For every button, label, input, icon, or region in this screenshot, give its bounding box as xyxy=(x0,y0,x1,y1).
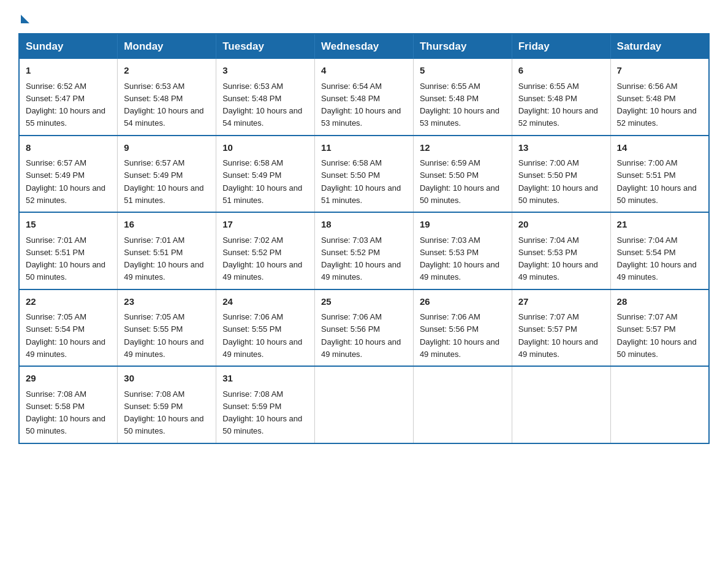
day-info: Sunrise: 7:00 AMSunset: 5:50 PMDaylight:… xyxy=(518,158,598,205)
day-number: 11 xyxy=(321,141,407,155)
calendar-cell: 31 Sunrise: 7:08 AMSunset: 5:59 PMDaylig… xyxy=(216,366,315,443)
calendar-cell: 6 Sunrise: 6:55 AMSunset: 5:48 PMDayligh… xyxy=(512,59,610,136)
day-info: Sunrise: 6:58 AMSunset: 5:50 PMDaylight:… xyxy=(321,158,401,205)
day-number: 14 xyxy=(617,141,702,155)
header-thursday: Thursday xyxy=(413,34,512,59)
calendar-cell: 9 Sunrise: 6:57 AMSunset: 5:49 PMDayligh… xyxy=(118,136,216,213)
day-number: 24 xyxy=(222,295,308,309)
calendar-cell: 30 Sunrise: 7:08 AMSunset: 5:59 PMDaylig… xyxy=(118,366,216,443)
day-number: 30 xyxy=(124,372,210,386)
calendar-cell: 20 Sunrise: 7:04 AMSunset: 5:53 PMDaylig… xyxy=(512,212,610,289)
day-info: Sunrise: 6:54 AMSunset: 5:48 PMDaylight:… xyxy=(321,82,401,128)
day-number: 8 xyxy=(26,141,111,155)
day-number: 27 xyxy=(518,295,604,309)
calendar-header-row: SundayMondayTuesdayWednesdayThursdayFrid… xyxy=(19,34,709,59)
day-number: 9 xyxy=(124,141,210,155)
day-number: 26 xyxy=(420,295,506,309)
header-saturday: Saturday xyxy=(610,34,709,59)
calendar-cell: 8 Sunrise: 6:57 AMSunset: 5:49 PMDayligh… xyxy=(19,136,118,213)
day-number: 20 xyxy=(518,218,604,232)
calendar-cell: 11 Sunrise: 6:58 AMSunset: 5:50 PMDaylig… xyxy=(315,136,414,213)
day-number: 1 xyxy=(26,64,111,78)
page-header xyxy=(18,12,710,21)
calendar-cell: 27 Sunrise: 7:07 AMSunset: 5:57 PMDaylig… xyxy=(512,289,610,367)
day-number: 3 xyxy=(222,64,308,78)
day-number: 17 xyxy=(222,218,308,232)
day-number: 12 xyxy=(420,141,506,155)
day-info: Sunrise: 7:07 AMSunset: 5:57 PMDaylight:… xyxy=(617,312,697,359)
logo-arrow-icon xyxy=(21,15,29,23)
calendar-cell: 25 Sunrise: 7:06 AMSunset: 5:56 PMDaylig… xyxy=(315,289,414,367)
calendar-cell: 21 Sunrise: 7:04 AMSunset: 5:54 PMDaylig… xyxy=(610,212,709,289)
day-info: Sunrise: 7:06 AMSunset: 5:55 PMDaylight:… xyxy=(222,312,302,359)
day-info: Sunrise: 7:03 AMSunset: 5:52 PMDaylight:… xyxy=(321,236,401,282)
day-info: Sunrise: 6:59 AMSunset: 5:50 PMDaylight:… xyxy=(420,158,499,205)
day-info: Sunrise: 7:07 AMSunset: 5:57 PMDaylight:… xyxy=(518,312,598,359)
header-tuesday: Tuesday xyxy=(216,34,315,59)
day-info: Sunrise: 6:55 AMSunset: 5:48 PMDaylight:… xyxy=(420,82,499,128)
day-number: 31 xyxy=(222,372,308,386)
day-info: Sunrise: 6:58 AMSunset: 5:49 PMDaylight:… xyxy=(222,158,302,205)
calendar-table: SundayMondayTuesdayWednesdayThursdayFrid… xyxy=(18,33,710,444)
day-info: Sunrise: 6:57 AMSunset: 5:49 PMDaylight:… xyxy=(26,158,105,205)
day-number: 2 xyxy=(124,64,210,78)
day-info: Sunrise: 6:55 AMSunset: 5:48 PMDaylight:… xyxy=(518,82,598,128)
day-info: Sunrise: 7:05 AMSunset: 5:54 PMDaylight:… xyxy=(26,312,105,359)
calendar-week-3: 15 Sunrise: 7:01 AMSunset: 5:51 PMDaylig… xyxy=(19,212,709,289)
calendar-cell: 13 Sunrise: 7:00 AMSunset: 5:50 PMDaylig… xyxy=(512,136,610,213)
day-number: 15 xyxy=(26,218,111,232)
day-info: Sunrise: 7:00 AMSunset: 5:51 PMDaylight:… xyxy=(617,158,697,205)
calendar-cell: 26 Sunrise: 7:06 AMSunset: 5:56 PMDaylig… xyxy=(413,289,512,367)
calendar-cell: 29 Sunrise: 7:08 AMSunset: 5:58 PMDaylig… xyxy=(19,366,118,443)
calendar-cell: 16 Sunrise: 7:01 AMSunset: 5:51 PMDaylig… xyxy=(118,212,216,289)
day-number: 16 xyxy=(124,218,210,232)
day-info: Sunrise: 7:06 AMSunset: 5:56 PMDaylight:… xyxy=(420,312,499,359)
calendar-cell: 28 Sunrise: 7:07 AMSunset: 5:57 PMDaylig… xyxy=(610,289,709,367)
day-info: Sunrise: 7:03 AMSunset: 5:53 PMDaylight:… xyxy=(420,236,499,282)
day-info: Sunrise: 7:06 AMSunset: 5:56 PMDaylight:… xyxy=(321,312,401,359)
header-wednesday: Wednesday xyxy=(315,34,414,59)
calendar-cell: 14 Sunrise: 7:00 AMSunset: 5:51 PMDaylig… xyxy=(610,136,709,213)
calendar-cell: 1 Sunrise: 6:52 AMSunset: 5:47 PMDayligh… xyxy=(19,59,118,136)
day-info: Sunrise: 7:08 AMSunset: 5:58 PMDaylight:… xyxy=(26,389,105,436)
calendar-cell: 7 Sunrise: 6:56 AMSunset: 5:48 PMDayligh… xyxy=(610,59,709,136)
header-monday: Monday xyxy=(118,34,216,59)
header-sunday: Sunday xyxy=(19,34,118,59)
calendar-cell xyxy=(315,366,414,443)
day-number: 28 xyxy=(617,295,702,309)
day-number: 7 xyxy=(617,64,702,78)
calendar-week-1: 1 Sunrise: 6:52 AMSunset: 5:47 PMDayligh… xyxy=(19,59,709,136)
calendar-cell: 17 Sunrise: 7:02 AMSunset: 5:52 PMDaylig… xyxy=(216,212,315,289)
calendar-cell: 10 Sunrise: 6:58 AMSunset: 5:49 PMDaylig… xyxy=(216,136,315,213)
calendar-cell xyxy=(413,366,512,443)
day-number: 22 xyxy=(26,295,111,309)
day-info: Sunrise: 7:04 AMSunset: 5:54 PMDaylight:… xyxy=(617,236,697,282)
day-number: 5 xyxy=(420,64,506,78)
calendar-cell: 24 Sunrise: 7:06 AMSunset: 5:55 PMDaylig… xyxy=(216,289,315,367)
day-number: 4 xyxy=(321,64,407,78)
day-number: 10 xyxy=(222,141,308,155)
day-number: 13 xyxy=(518,141,604,155)
calendar-week-4: 22 Sunrise: 7:05 AMSunset: 5:54 PMDaylig… xyxy=(19,289,709,367)
calendar-cell xyxy=(512,366,610,443)
day-info: Sunrise: 6:53 AMSunset: 5:48 PMDaylight:… xyxy=(124,82,203,128)
day-info: Sunrise: 7:01 AMSunset: 5:51 PMDaylight:… xyxy=(124,236,203,282)
header-friday: Friday xyxy=(512,34,610,59)
calendar-week-2: 8 Sunrise: 6:57 AMSunset: 5:49 PMDayligh… xyxy=(19,136,709,213)
day-info: Sunrise: 7:08 AMSunset: 5:59 PMDaylight:… xyxy=(222,389,302,436)
calendar-cell: 23 Sunrise: 7:05 AMSunset: 5:55 PMDaylig… xyxy=(118,289,216,367)
day-number: 29 xyxy=(26,372,111,386)
calendar-cell: 3 Sunrise: 6:53 AMSunset: 5:48 PMDayligh… xyxy=(216,59,315,136)
calendar-week-5: 29 Sunrise: 7:08 AMSunset: 5:58 PMDaylig… xyxy=(19,366,709,443)
logo xyxy=(18,12,29,21)
day-info: Sunrise: 6:57 AMSunset: 5:49 PMDaylight:… xyxy=(124,158,203,205)
calendar-cell: 2 Sunrise: 6:53 AMSunset: 5:48 PMDayligh… xyxy=(118,59,216,136)
day-info: Sunrise: 7:02 AMSunset: 5:52 PMDaylight:… xyxy=(222,236,302,282)
calendar-cell: 18 Sunrise: 7:03 AMSunset: 5:52 PMDaylig… xyxy=(315,212,414,289)
day-info: Sunrise: 7:08 AMSunset: 5:59 PMDaylight:… xyxy=(124,389,203,436)
day-info: Sunrise: 7:01 AMSunset: 5:51 PMDaylight:… xyxy=(26,236,105,282)
day-number: 6 xyxy=(518,64,604,78)
day-number: 21 xyxy=(617,218,702,232)
calendar-cell: 12 Sunrise: 6:59 AMSunset: 5:50 PMDaylig… xyxy=(413,136,512,213)
day-number: 25 xyxy=(321,295,407,309)
